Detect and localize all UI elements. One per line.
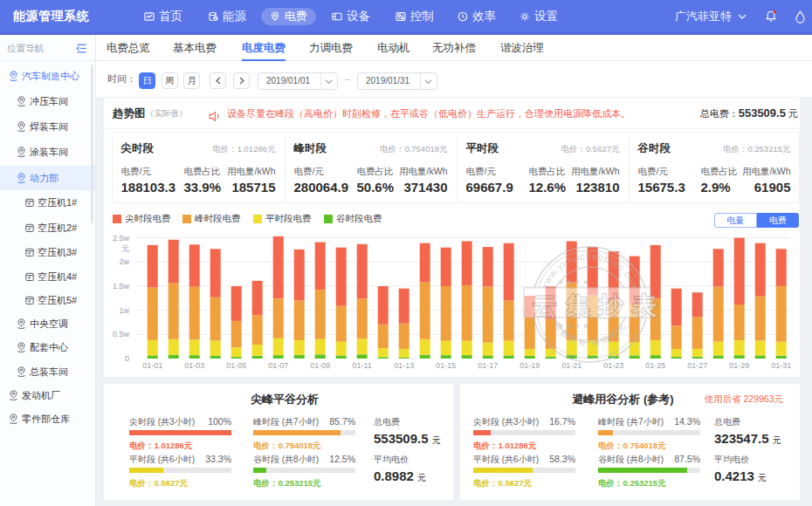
svg-text:2w: 2w <box>119 257 129 266</box>
svg-text:01-09: 01-09 <box>310 361 330 370</box>
svg-text:01-23: 01-23 <box>603 361 623 370</box>
svg-text:★ ★ ★ ★: ★ ★ ★ ★ <box>558 278 588 286</box>
svg-text:1w: 1w <box>119 306 129 315</box>
svg-text:★ ★ ★ ★: ★ ★ ★ ★ <box>558 322 588 330</box>
svg-text:01-05: 01-05 <box>226 361 246 370</box>
svg-text:01-11: 01-11 <box>353 361 372 370</box>
svg-text:01-29: 01-29 <box>729 361 749 370</box>
svg-text:2.5w: 2.5w <box>113 234 130 243</box>
svg-text:01-27: 01-27 <box>687 361 707 370</box>
svg-text:云集抄表: 云集抄表 <box>533 292 665 319</box>
svg-text:01-03: 01-03 <box>184 361 204 370</box>
svg-text:元: 元 <box>121 244 129 253</box>
svg-text:0.5w: 0.5w <box>113 330 130 338</box>
svg-text:01-13: 01-13 <box>394 361 414 370</box>
svg-text:01-01: 01-01 <box>142 361 162 370</box>
svg-text:0: 0 <box>125 354 129 363</box>
svg-text:01-07: 01-07 <box>268 361 288 370</box>
svg-text:01-17: 01-17 <box>478 361 498 370</box>
svg-text:01-31: 01-31 <box>771 361 791 370</box>
svg-text:01-19: 01-19 <box>520 361 540 370</box>
svg-text:1.5w: 1.5w <box>113 282 130 291</box>
svg-text:01-25: 01-25 <box>645 361 665 370</box>
svg-text:01-15: 01-15 <box>436 361 456 370</box>
svg-text:01-21: 01-21 <box>561 361 581 370</box>
